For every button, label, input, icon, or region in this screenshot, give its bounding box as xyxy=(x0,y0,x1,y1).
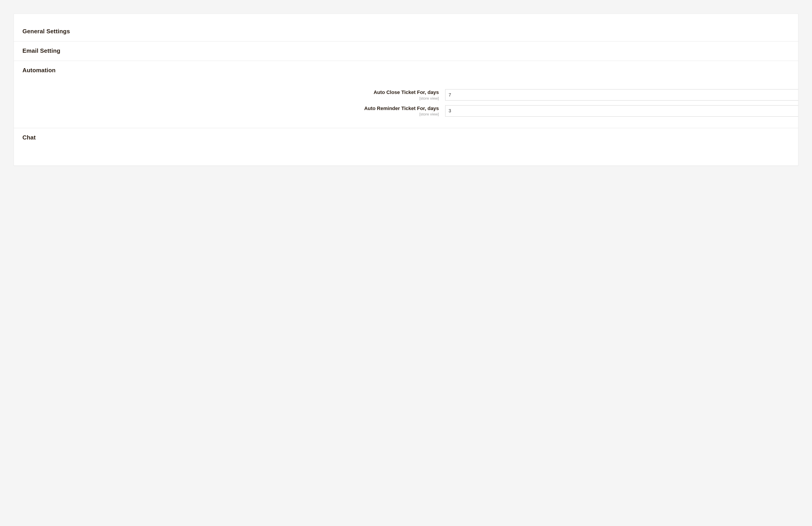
auto-reminder-label-wrap: Auto Reminder Ticket For, days [store vi… xyxy=(14,105,445,117)
auto-close-label-wrap: Auto Close Ticket For, days [store view] xyxy=(14,89,445,101)
section-header-chat[interactable]: Chat xyxy=(14,128,798,147)
auto-reminder-input[interactable] xyxy=(445,105,798,117)
auto-reminder-control-wrap xyxy=(445,105,798,117)
auto-reminder-scope: [store view] xyxy=(14,112,439,117)
auto-reminder-label: Auto Reminder Ticket For, days xyxy=(14,105,439,112)
page-stage: General Settings Email Setting Automatio… xyxy=(0,0,812,526)
auto-close-scope: [store view] xyxy=(14,96,439,101)
auto-close-control-wrap xyxy=(445,89,798,101)
auto-close-input[interactable] xyxy=(445,89,798,101)
section-header-email[interactable]: Email Setting xyxy=(14,41,798,61)
auto-close-label: Auto Close Ticket For, days xyxy=(14,89,439,96)
form-row-auto-reminder: Auto Reminder Ticket For, days [store vi… xyxy=(14,103,798,119)
form-row-auto-close: Auto Close Ticket For, days [store view] xyxy=(14,87,798,103)
section-header-automation[interactable]: Automation xyxy=(14,61,798,80)
settings-panel: General Settings Email Setting Automatio… xyxy=(14,14,798,166)
panel-bottom-spacer xyxy=(14,147,798,166)
section-header-general[interactable]: General Settings xyxy=(14,20,798,41)
section-body-automation: Auto Close Ticket For, days [store view]… xyxy=(14,80,798,128)
